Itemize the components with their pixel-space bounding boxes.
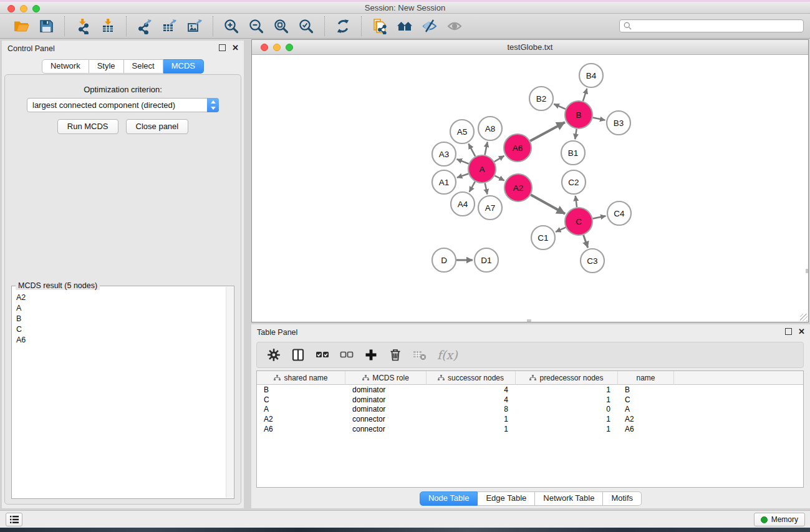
table-cell[interactable]: 1 <box>516 385 618 394</box>
graph-node-A2[interactable]: A2 <box>504 174 532 201</box>
export-network-icon[interactable] <box>135 17 154 36</box>
gear-icon[interactable] <box>267 348 281 362</box>
table-cell[interactable]: A6 <box>257 425 345 433</box>
table-row-A2[interactable]: A2connector11A2 <box>257 414 803 424</box>
table-cell[interactable]: 4 <box>427 385 516 394</box>
edge-A2-C[interactable] <box>531 195 565 214</box>
table-row-C[interactable]: Cdominator41C <box>257 395 803 405</box>
graph-node-C2[interactable]: C2 <box>562 170 586 194</box>
table-cell[interactable]: 1 <box>516 415 618 423</box>
mcds-result-item[interactable]: A <box>12 302 226 313</box>
tab-edge-table[interactable]: Edge Table <box>478 491 535 506</box>
table-cell[interactable]: connector <box>345 415 427 423</box>
table-cell[interactable]: 8 <box>427 405 516 414</box>
zoom-fit-icon[interactable] <box>272 17 291 36</box>
table-cell[interactable]: C <box>257 395 345 404</box>
edge-A-A2[interactable] <box>494 176 504 181</box>
table-row-B[interactable]: Bdominator41B <box>257 385 803 395</box>
tab-mcds[interactable]: MCDS <box>163 59 204 74</box>
hide-graphics-details-icon[interactable] <box>420 17 439 36</box>
home-icon[interactable] <box>395 17 414 36</box>
edge-B-B4[interactable] <box>583 89 587 101</box>
table-cell[interactable]: A2 <box>618 415 674 423</box>
graph-node-B1[interactable]: B1 <box>561 141 585 165</box>
table-cell[interactable]: 4 <box>427 395 516 404</box>
table-cell[interactable]: C <box>618 395 674 404</box>
column-header-successor-nodes[interactable]: successor nodes <box>427 371 516 385</box>
save-session-icon[interactable] <box>37 17 55 36</box>
table-cell[interactable]: 0 <box>516 405 618 414</box>
graph-node-A7[interactable]: A7 <box>478 196 502 220</box>
show-graphics-details-icon[interactable] <box>445 17 464 36</box>
table-cell[interactable]: 1 <box>427 425 516 433</box>
table-cell[interactable]: dominator <box>345 395 427 404</box>
delete-icon[interactable] <box>388 348 402 362</box>
edge-A-A5[interactable] <box>468 143 475 156</box>
table-row-A[interactable]: Adominator80A <box>257 405 803 415</box>
search-field[interactable] <box>619 19 804 32</box>
export-table-icon[interactable] <box>160 17 179 36</box>
graph-node-D[interactable]: D <box>432 248 456 272</box>
import-network-icon[interactable] <box>74 17 92 36</box>
graph-node-A4[interactable]: A4 <box>451 192 475 216</box>
zoom-selected-icon[interactable] <box>297 17 316 36</box>
edge-A-A7[interactable] <box>485 183 488 195</box>
zoom-in-icon[interactable] <box>222 17 241 36</box>
graph-node-C[interactable]: C <box>565 208 592 235</box>
search-input[interactable] <box>635 22 799 31</box>
export-image-icon[interactable] <box>185 17 204 36</box>
table-cell[interactable]: A <box>618 405 674 414</box>
table-cell[interactable]: 1 <box>516 395 618 404</box>
select-all-icon[interactable] <box>316 348 329 362</box>
edge-B-B2[interactable] <box>554 104 566 109</box>
table-cell[interactable]: B <box>257 385 345 394</box>
edge-C-C2[interactable] <box>576 196 577 207</box>
tab-node-table[interactable]: Node Table <box>420 491 478 506</box>
table-cell[interactable]: 1 <box>516 425 618 433</box>
graph-node-A[interactable]: A <box>468 155 496 183</box>
import-table-icon[interactable] <box>99 17 117 36</box>
graph-node-C4[interactable]: C4 <box>607 201 631 225</box>
table-cell[interactable]: 1 <box>427 415 516 423</box>
edge-A-A3[interactable] <box>456 159 468 164</box>
network-canvas[interactable]: B4B2BB3A8A5A6B1A3AC2A1A2A4A7C4CC1C3DD1 <box>252 55 808 322</box>
tab-network[interactable]: Network <box>42 59 89 74</box>
table-cell[interactable]: dominator <box>345 385 427 394</box>
canvas-divider-nub[interactable] <box>527 319 531 322</box>
table-cell[interactable]: A6 <box>618 425 674 433</box>
graph-node-C3[interactable]: C3 <box>581 249 604 273</box>
edge-C-C4[interactable] <box>593 216 606 218</box>
edge-C-C1[interactable] <box>556 228 566 232</box>
table-cell[interactable]: A <box>257 405 345 414</box>
column-header-name[interactable]: name <box>618 371 674 385</box>
mcds-result-item[interactable]: A6 <box>12 334 226 345</box>
column-header-shared-name[interactable]: shared name <box>257 371 345 385</box>
memory-button[interactable]: Memory <box>754 513 805 526</box>
column-header-predecessor-nodes[interactable]: predecessor nodes <box>516 371 618 385</box>
graph-node-A3[interactable]: A3 <box>432 142 456 166</box>
edge-A-A8[interactable] <box>485 142 488 155</box>
canvas-divider-nub-right[interactable] <box>806 269 808 273</box>
graph-node-D1[interactable]: D1 <box>475 248 498 272</box>
refresh-icon[interactable] <box>334 17 352 36</box>
tab-style[interactable]: Style <box>89 59 124 74</box>
edge-C-C3[interactable] <box>584 235 588 248</box>
duplicate-network-icon[interactable] <box>370 17 389 36</box>
graph-node-A8[interactable]: A8 <box>478 117 502 140</box>
float-panel-icon[interactable] <box>219 44 226 51</box>
graph-node-B2[interactable]: B2 <box>529 87 553 110</box>
tab-motifs[interactable]: Motifs <box>603 491 642 506</box>
graph-node-B3[interactable]: B3 <box>607 111 630 135</box>
edge-A6-B[interactable] <box>530 122 565 141</box>
table-cell[interactable]: connector <box>345 425 427 433</box>
column-header-MCDS-role[interactable]: MCDS role <box>345 371 427 385</box>
criterion-dropdown[interactable]: largest connected component (directed) <box>27 98 219 112</box>
table-close-panel-icon[interactable]: ✕ <box>798 328 805 335</box>
edge-B-B3[interactable] <box>593 118 605 120</box>
task-history-button[interactable] <box>6 513 22 526</box>
tab-network-table[interactable]: Network Table <box>535 491 603 506</box>
column-icon[interactable] <box>291 348 305 362</box>
table-cell[interactable]: B <box>618 385 674 394</box>
graph-node-C1[interactable]: C1 <box>531 226 555 249</box>
window-resize-grip[interactable] <box>800 314 808 321</box>
